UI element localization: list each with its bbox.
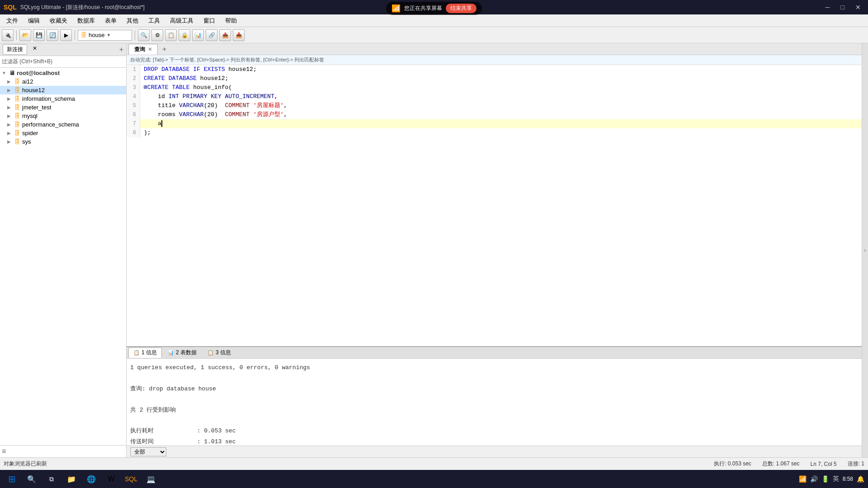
- task-view-button[interactable]: ⧉: [43, 471, 60, 487]
- tb-extra4[interactable]: 🔒: [179, 29, 190, 41]
- sqlapp-button[interactable]: SQL: [123, 471, 139, 487]
- terminal-button[interactable]: 💻: [143, 471, 159, 487]
- separator: [16, 30, 17, 40]
- tb-extra2[interactable]: ⚙: [151, 29, 163, 41]
- line-content-1: DROP DATABASE IF EXISTS house12;: [140, 65, 257, 74]
- db-label: spider: [22, 130, 38, 136]
- tb-extra8[interactable]: 📥: [233, 29, 245, 41]
- filter-bar[interactable]: 过滤器 (Ctrl+Shift+B): [0, 56, 126, 68]
- code-line-2: 2 CREATE DATABASE house12;: [127, 74, 862, 83]
- tab-label: 3 信息: [216, 349, 231, 357]
- menu-item-表单[interactable]: 表单: [100, 15, 121, 26]
- menu-item-其他[interactable]: 其他: [122, 15, 143, 26]
- battery-icon: 🔋: [821, 475, 829, 483]
- tree-item-sys[interactable]: ▶ 🗄 sys: [0, 137, 126, 146]
- clock: 8:58: [843, 476, 853, 482]
- line-num-1: 1: [127, 65, 140, 74]
- sidebar-close-tab[interactable]: ✕: [29, 44, 41, 55]
- result-tab-info1[interactable]: 📋 1 信息: [128, 347, 162, 358]
- windows-taskbar: ⊞ 🔍 ⧉ 📁 🌐 W SQL 💻 📶 🔊 🔋 英 8:58 🔔: [0, 470, 868, 488]
- network-icon: 📶: [799, 475, 807, 483]
- menu-item-工具[interactable]: 工具: [144, 15, 165, 26]
- main-content: 新连接 ✕ + 过滤器 (Ctrl+Shift+B) ▼ 🖥 root@loca…: [0, 43, 868, 457]
- tree-root-label: root@localhost: [17, 70, 60, 76]
- ime-icon[interactable]: 英: [833, 475, 839, 483]
- open-file-button[interactable]: 📂: [19, 29, 31, 41]
- titlebar-controls: ─ □ ✕: [822, 3, 864, 12]
- database-tree: ▼ 🖥 root@localhost ▶ 🗄 ai12 ▶ 🗄 house12 …: [0, 68, 126, 445]
- menu-item-数据库[interactable]: 数据库: [73, 15, 99, 26]
- winword-button[interactable]: W: [103, 471, 119, 487]
- new-query-tab[interactable]: +: [159, 44, 170, 55]
- menu-item-文件[interactable]: 文件: [2, 15, 23, 26]
- expand-icon: ▶: [7, 139, 13, 144]
- tree-item-info-schema[interactable]: ▶ 🗄 information_schema: [0, 94, 126, 103]
- browser-button[interactable]: 🌐: [83, 471, 99, 487]
- tree-root[interactable]: ▼ 🖥 root@localhost: [0, 69, 126, 77]
- line-num-6: 6: [127, 110, 140, 119]
- list-icon[interactable]: ≡: [2, 447, 6, 455]
- code-line-5: 5 title VARCHAR(20) COMMENT '房屋标题',: [127, 101, 862, 110]
- results-content: 1 queries executed, 1 success, 0 errors,…: [127, 359, 862, 446]
- code-editor[interactable]: 1 DROP DATABASE IF EXISTS house12; 2 CRE…: [127, 65, 862, 346]
- tree-item-spider[interactable]: ▶ 🗄 spider: [0, 129, 126, 137]
- result-tab-info3[interactable]: 📋 3 信息: [203, 347, 236, 358]
- code-line-6: 6 rooms VARCHAR(20) COMMENT '房源户型',: [127, 110, 862, 119]
- expand-icon: ▶: [7, 113, 13, 118]
- query-tab-1[interactable]: 查询 ✕: [128, 44, 158, 55]
- expand-icon: ▶: [7, 131, 13, 136]
- close-button[interactable]: ✕: [852, 3, 864, 12]
- query-tab-close[interactable]: ✕: [148, 47, 152, 52]
- tb-extra7[interactable]: 📤: [219, 29, 231, 41]
- title-bar: SQL SQLyog Ultimate - [新连接/house - root@…: [0, 0, 868, 14]
- result-exec: 执行耗时 : 0.053 sec: [130, 426, 858, 436]
- save-button[interactable]: 💾: [33, 29, 45, 41]
- sidebar: 新连接 ✕ + 过滤器 (Ctrl+Shift+B) ▼ 🖥 root@loca…: [0, 43, 127, 457]
- query-tabs: 查询 ✕ +: [127, 43, 862, 55]
- bottom-filter: 全部: [127, 446, 862, 457]
- line-num-8: 8: [127, 128, 140, 137]
- tb-extra3[interactable]: 📋: [165, 29, 177, 41]
- taskbar-left: ⊞ 🔍 ⧉ 📁 🌐 W SQL 💻: [4, 471, 159, 487]
- tab-label: 1 信息: [142, 349, 157, 357]
- start-button[interactable]: ⊞: [4, 471, 20, 487]
- menu-item-高级工具[interactable]: 高级工具: [165, 15, 198, 26]
- status-pos: Ln 7, Col 5: [811, 461, 837, 467]
- menu-item-收藏夹[interactable]: 收藏夹: [45, 15, 72, 26]
- menu-item-帮助[interactable]: 帮助: [221, 15, 241, 26]
- file-explorer-button[interactable]: 📁: [63, 471, 80, 487]
- tree-item-ai12[interactable]: ▶ 🗄 ai12: [0, 77, 126, 86]
- tb-extra6[interactable]: 🔗: [206, 29, 217, 41]
- db-label: mysql: [22, 113, 38, 119]
- right-panel-handle[interactable]: ›: [862, 43, 868, 457]
- conn-label: 连接:: [848, 460, 860, 467]
- result-tab-data[interactable]: 📊 2 表数据: [163, 347, 202, 358]
- menu-item-窗口[interactable]: 窗口: [199, 15, 220, 26]
- tree-expand-icon: ▼: [2, 70, 7, 75]
- tb-extra1[interactable]: 🔍: [138, 29, 150, 41]
- new-connection-button[interactable]: 🔌: [2, 29, 14, 41]
- status-total: 总数: 1.067 sec: [762, 460, 800, 468]
- search-button[interactable]: 🔍: [24, 471, 40, 487]
- notification-icon[interactable]: 🔔: [857, 475, 864, 483]
- tree-item-jmeter[interactable]: ▶ 🗄 jmeter_test: [0, 103, 126, 112]
- refresh-button[interactable]: 🔄: [47, 29, 58, 41]
- maximize-button[interactable]: □: [837, 3, 848, 12]
- tree-item-house12[interactable]: ▶ 🗄 house12: [0, 86, 126, 94]
- menu-item-编辑[interactable]: 编辑: [24, 15, 44, 26]
- db-label: ai12: [22, 78, 33, 85]
- execute-button[interactable]: ▶: [60, 29, 72, 41]
- line-num-7: 7: [127, 119, 140, 128]
- sidebar-add-tab[interactable]: +: [119, 46, 123, 54]
- end-share-button[interactable]: 结束共享: [446, 4, 476, 13]
- database-selector[interactable]: 🗄 house ▼: [78, 30, 132, 41]
- tb-extra5[interactable]: 📊: [192, 29, 204, 41]
- minimize-button[interactable]: ─: [822, 3, 834, 12]
- tree-item-mysql[interactable]: ▶ 🗄 mysql: [0, 112, 126, 120]
- sidebar-tab-connection[interactable]: 新连接: [3, 44, 27, 55]
- filter-select[interactable]: 全部: [130, 447, 166, 456]
- menu-bar: 文件编辑收藏夹数据库表单其他工具高级工具窗口帮助: [0, 14, 868, 27]
- db-icon: 🗄: [14, 104, 20, 111]
- tree-item-perf-schema[interactable]: ▶ 🗄 performance_schema: [0, 120, 126, 129]
- result-line2: 查询: drop database house: [130, 384, 858, 394]
